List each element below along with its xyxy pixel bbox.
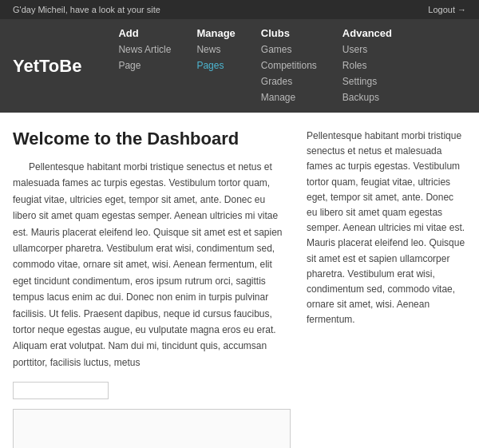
nav-item-backups[interactable]: Backups (342, 90, 392, 105)
nav-group-advanced: Advanced Users Roles Settings Backups (330, 19, 405, 113)
nav-group-clubs-items: Games Competitions Grades Manage (261, 42, 317, 105)
topbar: G'day Micheil, have a look at your site … (0, 0, 479, 19)
sidebar-text: Pellentesque habitant morbi tristique se… (307, 129, 466, 327)
main-textarea[interactable] (13, 409, 291, 448)
nav-group-add-items: News Article Page (118, 42, 171, 73)
site-logo: YetToBe (13, 19, 105, 113)
topbar-greeting: G'day Micheil, have a look at your site (13, 5, 160, 14)
logout-link[interactable]: Logout → (428, 5, 466, 14)
nav-group-advanced-items: Users Roles Settings Backups (342, 42, 392, 105)
nav-group-add-title: Add (118, 27, 171, 39)
main-nav: Add News Article Page Manage News Pages … (105, 19, 466, 113)
nav-item-news-article[interactable]: News Article (118, 42, 171, 57)
nav-group-add: Add News Article Page (105, 19, 184, 113)
nav-item-news[interactable]: News (196, 42, 235, 57)
content-right: Pellentesque habitant morbi tristique se… (307, 129, 466, 448)
content-left: Welcome to the Dashboard Pellentesque ha… (13, 129, 291, 448)
nav-group-manage-items: News Pages (196, 42, 235, 73)
nav-group-clubs-title: Clubs (261, 27, 317, 39)
nav-group-advanced-title: Advanced (342, 27, 392, 39)
nav-item-manage[interactable]: Manage (261, 90, 317, 105)
nav-group-clubs: Clubs Games Competitions Grades Manage (248, 19, 330, 113)
nav-item-competitions[interactable]: Competitions (261, 58, 317, 73)
page-title: Welcome to the Dashboard (13, 129, 291, 149)
body-text: Pellentesque habitant morbi tristique se… (13, 159, 291, 371)
header: YetToBe Add News Article Page Manage New… (0, 19, 479, 113)
nav-item-settings[interactable]: Settings (342, 74, 392, 89)
nav-item-grades[interactable]: Grades (261, 74, 317, 89)
nav-group-manage-title: Manage (196, 27, 235, 39)
text-input[interactable] (13, 382, 109, 399)
nav-item-games[interactable]: Games (261, 42, 317, 57)
nav-item-page[interactable]: Page (118, 58, 171, 73)
main-content: Welcome to the Dashboard Pellentesque ha… (0, 113, 479, 448)
nav-group-manage: Manage News Pages (184, 19, 247, 113)
nav-item-pages[interactable]: Pages (196, 58, 235, 73)
nav-item-users[interactable]: Users (342, 42, 392, 57)
nav-item-roles[interactable]: Roles (342, 58, 392, 73)
